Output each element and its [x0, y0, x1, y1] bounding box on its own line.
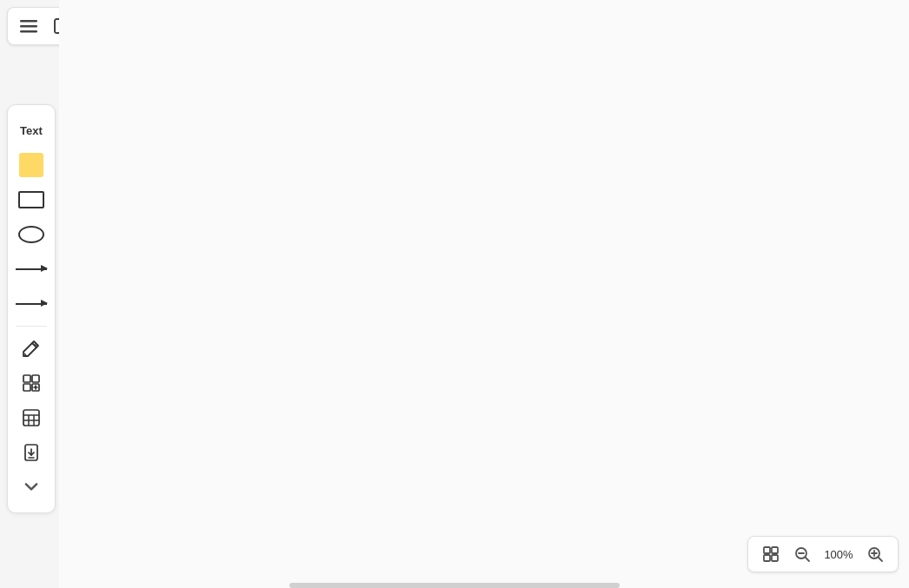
sidebar-item-rectangle[interactable]: [12, 183, 50, 216]
zoom-in-icon: [866, 545, 884, 563]
arrow-alt-shape: [16, 303, 47, 305]
svg-rect-21: [764, 555, 770, 561]
sidebar-item-grid-add[interactable]: [12, 367, 50, 400]
zoom-in-button[interactable]: [863, 542, 887, 566]
table-icon: [22, 408, 41, 427]
menu-icon: [20, 17, 37, 35]
grid-add-icon: [22, 373, 41, 393]
sticky-note-shape: [19, 153, 43, 177]
sidebar-item-import[interactable]: [12, 436, 50, 469]
sidebar: Text: [7, 104, 56, 513]
pen-icon: [22, 339, 41, 358]
svg-line-25: [806, 558, 809, 561]
chevron-down-icon: [22, 478, 41, 497]
svg-rect-6: [32, 375, 39, 382]
ellipse-shape: [18, 226, 44, 243]
zoom-out-button[interactable]: [790, 542, 814, 566]
horizontal-scrollbar[interactable]: [289, 583, 620, 588]
sidebar-item-text[interactable]: Text: [12, 114, 50, 147]
canvas[interactable]: [59, 0, 909, 588]
svg-rect-5: [23, 375, 30, 382]
sidebar-item-sticky-note[interactable]: [12, 149, 50, 182]
zoom-out-icon: [793, 545, 811, 563]
sidebar-item-arrow-alt[interactable]: [12, 287, 50, 320]
svg-rect-0: [20, 20, 37, 23]
text-label: Text: [20, 124, 43, 137]
zoom-level: 100%: [821, 548, 856, 561]
sidebar-item-arrow[interactable]: [12, 253, 50, 286]
sidebar-item-table[interactable]: [12, 401, 50, 434]
svg-rect-1: [20, 25, 37, 28]
sidebar-item-pen[interactable]: [12, 332, 50, 365]
svg-rect-22: [772, 555, 778, 561]
sidebar-item-more[interactable]: [12, 471, 50, 504]
svg-rect-19: [764, 547, 770, 553]
import-icon: [22, 443, 41, 462]
fit-page-button[interactable]: [759, 542, 783, 566]
menu-button[interactable]: [15, 12, 43, 40]
rectangle-shape: [18, 191, 44, 208]
svg-rect-7: [23, 384, 30, 391]
zoom-controls: 100%: [747, 536, 899, 572]
sidebar-divider: [16, 326, 47, 327]
svg-rect-2: [20, 30, 37, 33]
svg-line-29: [879, 558, 882, 561]
arrow-shape: [16, 268, 47, 270]
sidebar-item-ellipse[interactable]: [12, 218, 50, 251]
svg-rect-20: [772, 547, 778, 553]
svg-rect-11: [23, 410, 39, 426]
fit-page-icon: [762, 545, 780, 563]
